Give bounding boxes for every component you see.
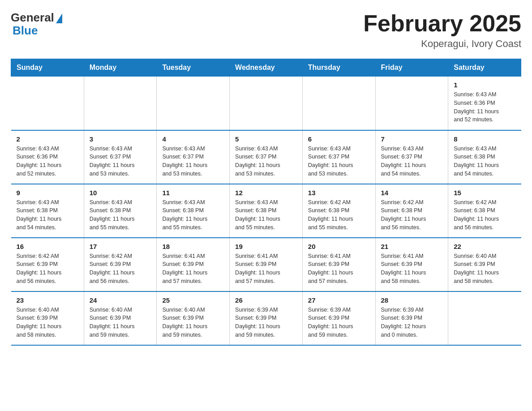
title-section: February 2025 Koperagui, Ivory Coast xyxy=(363,11,521,50)
calendar-week-row: 1Sunrise: 6:43 AM Sunset: 6:36 PM Daylig… xyxy=(11,77,521,130)
day-number: 9 xyxy=(17,189,78,197)
day-info: Sunrise: 6:43 AM Sunset: 6:37 PM Dayligh… xyxy=(308,145,370,178)
day-info: Sunrise: 6:43 AM Sunset: 6:38 PM Dayligh… xyxy=(17,198,78,232)
day-info: Sunrise: 6:40 AM Sunset: 6:39 PM Dayligh… xyxy=(162,306,224,339)
day-number: 20 xyxy=(308,243,370,250)
day-number: 28 xyxy=(381,296,443,304)
day-number: 21 xyxy=(381,243,443,250)
calendar-cell: 24Sunrise: 6:40 AM Sunset: 6:39 PM Dayli… xyxy=(84,291,157,345)
day-info: Sunrise: 6:41 AM Sunset: 6:39 PM Dayligh… xyxy=(308,252,370,286)
day-info: Sunrise: 6:43 AM Sunset: 6:36 PM Dayligh… xyxy=(17,145,78,178)
calendar-cell xyxy=(84,77,157,130)
calendar-cell: 18Sunrise: 6:41 AM Sunset: 6:39 PM Dayli… xyxy=(157,238,230,291)
weekday-header-row: SundayMondayTuesdayWednesdayThursdayFrid… xyxy=(11,59,521,77)
day-info: Sunrise: 6:42 AM Sunset: 6:39 PM Dayligh… xyxy=(17,252,78,286)
calendar-cell: 28Sunrise: 6:39 AM Sunset: 6:39 PM Dayli… xyxy=(375,291,448,345)
day-number: 11 xyxy=(162,189,224,197)
logo-blue-text: Blue xyxy=(11,24,38,38)
calendar-cell: 8Sunrise: 6:43 AM Sunset: 6:38 PM Daylig… xyxy=(448,130,521,184)
calendar-cell: 14Sunrise: 6:42 AM Sunset: 6:38 PM Dayli… xyxy=(375,184,448,238)
calendar-cell: 16Sunrise: 6:42 AM Sunset: 6:39 PM Dayli… xyxy=(11,238,84,291)
day-info: Sunrise: 6:43 AM Sunset: 6:37 PM Dayligh… xyxy=(235,145,297,178)
calendar-cell xyxy=(11,77,84,130)
day-info: Sunrise: 6:41 AM Sunset: 6:39 PM Dayligh… xyxy=(381,252,443,286)
calendar-cell: 6Sunrise: 6:43 AM Sunset: 6:37 PM Daylig… xyxy=(302,130,375,184)
day-info: Sunrise: 6:40 AM Sunset: 6:39 PM Dayligh… xyxy=(454,252,515,286)
day-info: Sunrise: 6:43 AM Sunset: 6:38 PM Dayligh… xyxy=(162,198,224,232)
weekday-header-thursday: Thursday xyxy=(302,59,375,77)
day-info: Sunrise: 6:41 AM Sunset: 6:39 PM Dayligh… xyxy=(162,252,224,286)
day-number: 7 xyxy=(381,135,443,143)
weekday-header-monday: Monday xyxy=(84,59,157,77)
page-header: General Blue February 2025 Koperagui, Iv… xyxy=(11,11,521,50)
calendar-cell: 11Sunrise: 6:43 AM Sunset: 6:38 PM Dayli… xyxy=(157,184,230,238)
day-info: Sunrise: 6:43 AM Sunset: 6:38 PM Dayligh… xyxy=(454,145,515,178)
calendar-table: SundayMondayTuesdayWednesdayThursdayFrid… xyxy=(11,59,521,346)
day-number: 5 xyxy=(235,135,297,143)
day-number: 4 xyxy=(162,135,224,143)
day-number: 13 xyxy=(308,189,370,197)
day-info: Sunrise: 6:42 AM Sunset: 6:38 PM Dayligh… xyxy=(454,198,515,232)
day-number: 3 xyxy=(90,135,151,143)
calendar-cell: 7Sunrise: 6:43 AM Sunset: 6:37 PM Daylig… xyxy=(375,130,448,184)
day-number: 12 xyxy=(235,189,297,197)
calendar-cell xyxy=(302,77,375,130)
calendar-week-row: 23Sunrise: 6:40 AM Sunset: 6:39 PM Dayli… xyxy=(11,291,521,345)
day-number: 24 xyxy=(90,296,151,304)
calendar-cell: 17Sunrise: 6:42 AM Sunset: 6:39 PM Dayli… xyxy=(84,238,157,291)
day-info: Sunrise: 6:39 AM Sunset: 6:39 PM Dayligh… xyxy=(308,306,370,339)
calendar-cell xyxy=(230,77,303,130)
day-info: Sunrise: 6:40 AM Sunset: 6:39 PM Dayligh… xyxy=(17,306,78,339)
calendar-cell xyxy=(157,77,230,130)
day-number: 1 xyxy=(454,81,515,89)
calendar-cell: 22Sunrise: 6:40 AM Sunset: 6:39 PM Dayli… xyxy=(448,238,521,291)
day-info: Sunrise: 6:43 AM Sunset: 6:37 PM Dayligh… xyxy=(90,145,151,178)
calendar-cell: 3Sunrise: 6:43 AM Sunset: 6:37 PM Daylig… xyxy=(84,130,157,184)
logo-top: General xyxy=(11,11,62,25)
calendar-week-row: 9Sunrise: 6:43 AM Sunset: 6:38 PM Daylig… xyxy=(11,184,521,238)
day-number: 26 xyxy=(235,296,297,304)
logo-triangle-icon xyxy=(56,13,62,23)
weekday-header-saturday: Saturday xyxy=(448,59,521,77)
day-info: Sunrise: 6:40 AM Sunset: 6:39 PM Dayligh… xyxy=(90,306,151,339)
weekday-header-wednesday: Wednesday xyxy=(230,59,303,77)
day-info: Sunrise: 6:43 AM Sunset: 6:38 PM Dayligh… xyxy=(235,198,297,232)
calendar-cell: 5Sunrise: 6:43 AM Sunset: 6:37 PM Daylig… xyxy=(230,130,303,184)
calendar-cell: 13Sunrise: 6:42 AM Sunset: 6:38 PM Dayli… xyxy=(302,184,375,238)
day-info: Sunrise: 6:39 AM Sunset: 6:39 PM Dayligh… xyxy=(381,306,443,339)
day-info: Sunrise: 6:43 AM Sunset: 6:38 PM Dayligh… xyxy=(90,198,151,232)
calendar-cell: 20Sunrise: 6:41 AM Sunset: 6:39 PM Dayli… xyxy=(302,238,375,291)
day-number: 10 xyxy=(90,189,151,197)
logo-general-text: General xyxy=(11,11,54,25)
weekday-header-friday: Friday xyxy=(375,59,448,77)
calendar-cell: 1Sunrise: 6:43 AM Sunset: 6:36 PM Daylig… xyxy=(448,77,521,130)
day-info: Sunrise: 6:42 AM Sunset: 6:39 PM Dayligh… xyxy=(90,252,151,286)
calendar-cell: 25Sunrise: 6:40 AM Sunset: 6:39 PM Dayli… xyxy=(157,291,230,345)
calendar-cell: 15Sunrise: 6:42 AM Sunset: 6:38 PM Dayli… xyxy=(448,184,521,238)
day-number: 23 xyxy=(17,296,78,304)
calendar-week-row: 16Sunrise: 6:42 AM Sunset: 6:39 PM Dayli… xyxy=(11,238,521,291)
day-number: 2 xyxy=(17,135,78,143)
day-info: Sunrise: 6:43 AM Sunset: 6:37 PM Dayligh… xyxy=(162,145,224,178)
day-number: 16 xyxy=(17,243,78,250)
day-info: Sunrise: 6:43 AM Sunset: 6:36 PM Dayligh… xyxy=(454,90,515,124)
day-info: Sunrise: 6:42 AM Sunset: 6:38 PM Dayligh… xyxy=(308,198,370,232)
weekday-header-tuesday: Tuesday xyxy=(157,59,230,77)
day-number: 6 xyxy=(308,135,370,143)
day-number: 19 xyxy=(235,243,297,250)
calendar-cell xyxy=(375,77,448,130)
calendar-cell: 10Sunrise: 6:43 AM Sunset: 6:38 PM Dayli… xyxy=(84,184,157,238)
day-number: 17 xyxy=(90,243,151,250)
day-number: 8 xyxy=(454,135,515,143)
weekday-header-sunday: Sunday xyxy=(11,59,84,77)
location: Koperagui, Ivory Coast xyxy=(363,38,521,50)
calendar-cell: 23Sunrise: 6:40 AM Sunset: 6:39 PM Dayli… xyxy=(11,291,84,345)
calendar-cell: 12Sunrise: 6:43 AM Sunset: 6:38 PM Dayli… xyxy=(230,184,303,238)
calendar-cell: 27Sunrise: 6:39 AM Sunset: 6:39 PM Dayli… xyxy=(302,291,375,345)
day-info: Sunrise: 6:41 AM Sunset: 6:39 PM Dayligh… xyxy=(235,252,297,286)
day-number: 22 xyxy=(454,243,515,250)
calendar-week-row: 2Sunrise: 6:43 AM Sunset: 6:36 PM Daylig… xyxy=(11,130,521,184)
day-info: Sunrise: 6:43 AM Sunset: 6:37 PM Dayligh… xyxy=(381,145,443,178)
calendar-cell: 19Sunrise: 6:41 AM Sunset: 6:39 PM Dayli… xyxy=(230,238,303,291)
day-info: Sunrise: 6:42 AM Sunset: 6:38 PM Dayligh… xyxy=(381,198,443,232)
